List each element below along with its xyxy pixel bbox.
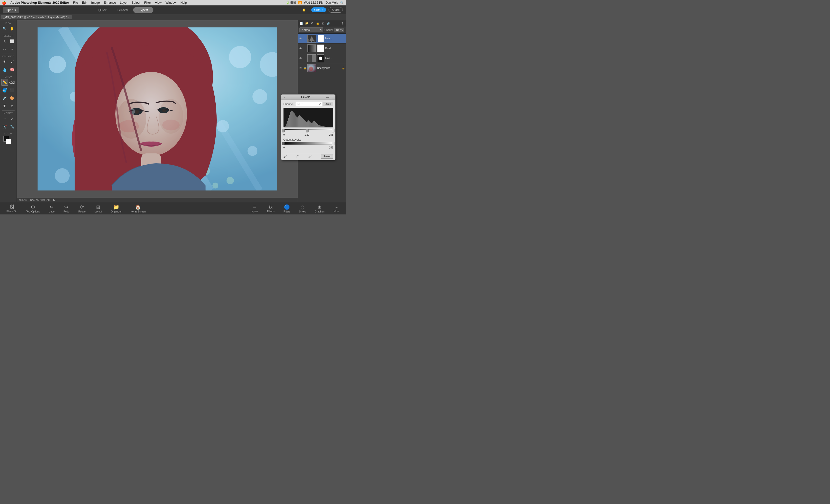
hand-tool[interactable]: ✋ <box>9 25 15 32</box>
search-icon[interactable]: 🔍 <box>340 1 344 4</box>
gray-eyedropper-icon[interactable]: 🖋 <box>296 154 299 158</box>
paint-bucket-tool[interactable]: 🎨 <box>9 95 15 101</box>
layer-row-background[interactable]: 👁 🔒 Background 🔒 <box>298 63 346 73</box>
nav-arrow[interactable]: ▶ <box>53 199 55 201</box>
red-eye-tool[interactable]: 👁 <box>1 58 8 65</box>
svg-rect-96 <box>311 123 312 127</box>
layer-row-levels[interactable]: 👁 Leve... <box>298 34 346 43</box>
background-color-swatch[interactable] <box>6 138 11 144</box>
blend-mode-select[interactable]: Normal Multiply Screen Overlay <box>299 27 323 32</box>
healing-tool[interactable]: 🖌 <box>9 58 15 65</box>
input-black-value[interactable]: 0 <box>283 133 285 136</box>
input-black-point-slider[interactable] <box>282 129 285 132</box>
menu-select[interactable]: Select <box>130 1 142 5</box>
bottom-photo-bin[interactable]: 🖼 Photo Bin <box>2 203 22 214</box>
move-tool[interactable]: ↖ <box>1 38 8 45</box>
expert-mode-button[interactable]: Expert <box>133 7 153 13</box>
guided-mode-button[interactable]: Guided <box>112 7 133 13</box>
bottom-organizer[interactable]: 📁 Organizer <box>106 203 126 214</box>
smudge-tool[interactable]: 🧠 <box>9 66 15 73</box>
share-button[interactable]: Share <box>328 7 343 12</box>
panel-tool-4[interactable]: 🔒 <box>315 21 320 26</box>
tab-close-button[interactable]: × <box>68 16 70 19</box>
menu-view[interactable]: View <box>153 1 163 5</box>
input-midtone-slider[interactable] <box>306 129 309 132</box>
menu-app-name[interactable]: Adobe Photoshop Elements 2020 Editor <box>9 1 71 5</box>
canvas-image[interactable] <box>37 27 277 190</box>
type-tool[interactable]: T <box>1 102 8 109</box>
menu-file[interactable]: File <box>71 1 80 5</box>
output-black-value[interactable]: 0 <box>283 146 285 149</box>
bottom-layout[interactable]: ⊞ Layout <box>90 203 106 214</box>
bottom-filters[interactable]: 🔵 Filters <box>279 203 295 214</box>
input-white-point-slider[interactable] <box>332 129 334 132</box>
quick-mode-button[interactable]: Quick <box>93 7 112 13</box>
bottom-rotate[interactable]: ⟳ Rotate <box>74 203 90 214</box>
marquee-tool[interactable]: ⬜ <box>9 38 15 45</box>
auto-levels-button[interactable]: Auto <box>323 102 333 106</box>
eraser-tool[interactable]: ⌫ <box>9 79 15 86</box>
eyedropper-tool[interactable]: 💉 <box>1 95 8 101</box>
levels-close-icon[interactable]: ✕ <box>283 96 285 99</box>
fill-tool[interactable]: 🪣 <box>1 87 8 94</box>
input-mid-value[interactable]: 1.22 <box>305 133 309 136</box>
menu-enhance[interactable]: Enhance <box>102 1 118 5</box>
bottom-styles[interactable]: ◇ Styles <box>295 203 310 214</box>
blur-tool[interactable]: 💧 <box>1 66 8 73</box>
layer-visibility-icon-background[interactable]: 👁 <box>299 66 302 70</box>
white-eyedropper-icon[interactable]: 🖋 <box>308 154 312 158</box>
canvas-container[interactable] <box>17 20 298 198</box>
input-white-value[interactable]: 255 <box>329 133 333 136</box>
menu-image[interactable]: Image <box>89 1 101 5</box>
output-black-slider[interactable] <box>282 142 285 145</box>
reset-button[interactable]: Reset <box>321 154 333 159</box>
menu-window[interactable]: Window <box>164 1 178 5</box>
lasso-tool[interactable]: ⬭ <box>1 46 8 53</box>
levels-footer: 🖋 🖋 🖋 Reset <box>281 153 335 160</box>
gradient-tool[interactable]: ⬛ <box>9 87 15 94</box>
layer-visibility-icon-layer1[interactable]: 👁 <box>299 57 302 60</box>
panel-tool-6[interactable]: 🔗 <box>326 21 331 26</box>
apple-logo-icon[interactable]: 🍎 <box>2 1 6 5</box>
bottom-more[interactable]: ··· More <box>329 203 344 214</box>
menu-layer[interactable]: Layer <box>118 1 129 5</box>
bottom-layers[interactable]: ≡ Layers <box>246 203 263 214</box>
transform-tool[interactable]: ↔ <box>1 115 8 122</box>
panel-tool-2[interactable]: 📁 <box>304 21 309 26</box>
menu-edit[interactable]: Edit <box>80 1 89 5</box>
panel-tool-5[interactable]: ◻ <box>321 21 326 26</box>
layer-visibility-icon-gradient[interactable]: 👁 <box>299 47 302 50</box>
menu-help[interactable]: Help <box>179 1 189 5</box>
output-white-value[interactable]: 255 <box>329 146 333 149</box>
shape-tool[interactable]: ⊘ <box>9 102 15 109</box>
create-button[interactable]: Create <box>311 7 326 12</box>
notification-bell-icon[interactable]: 🔔 <box>299 7 309 12</box>
opacity-input[interactable] <box>334 28 344 32</box>
brush-tool[interactable]: ✏️ <box>1 79 8 86</box>
black-eyedropper-icon[interactable]: 🖋 <box>283 154 287 158</box>
bottom-redo[interactable]: ↪ Redo <box>59 203 74 214</box>
panel-tool-delete[interactable]: 🗑 <box>340 21 345 26</box>
bottom-graphics[interactable]: ⊕ Graphics <box>310 203 329 214</box>
bottom-effects[interactable]: fx Effects <box>263 203 279 214</box>
panel-tool-1[interactable]: 📄 <box>299 21 304 26</box>
crop-tool[interactable]: ⤢ <box>9 115 15 122</box>
bottom-home-screen[interactable]: 🏠 Home Screen <box>126 203 150 214</box>
straighten-tool[interactable]: 🔧 <box>9 123 15 130</box>
layer-row-layer1[interactable]: 👁 Laye... <box>298 53 346 63</box>
zoom-tool[interactable]: 🔍 <box>1 25 8 32</box>
retouch-tool[interactable]: ✂️ <box>1 123 8 130</box>
levels-minimize-icon[interactable]: — <box>326 96 329 99</box>
output-white-slider[interactable] <box>332 142 334 145</box>
panel-tool-3[interactable]: ⚙ <box>310 21 315 26</box>
levels-expand-icon[interactable]: ⛶ <box>330 96 332 99</box>
open-button[interactable]: Open ▾ <box>3 7 19 13</box>
magic-wand-tool[interactable]: ✦ <box>9 46 15 53</box>
menu-filter[interactable]: Filter <box>142 1 153 5</box>
layer-row-gradient[interactable]: 👁 Grad... <box>298 43 346 53</box>
layer-visibility-icon-levels[interactable]: 👁 <box>299 37 302 40</box>
bottom-tool-options[interactable]: ⚙ Tool Options <box>22 203 44 214</box>
channel-select[interactable]: RGB Red Green Blue <box>295 102 322 106</box>
bottom-undo[interactable]: ↩ Undo <box>44 203 59 214</box>
document-tab[interactable]: _MG_0642.CR2 @ 48.5% (Levels 1, Layer Ma… <box>0 15 72 19</box>
